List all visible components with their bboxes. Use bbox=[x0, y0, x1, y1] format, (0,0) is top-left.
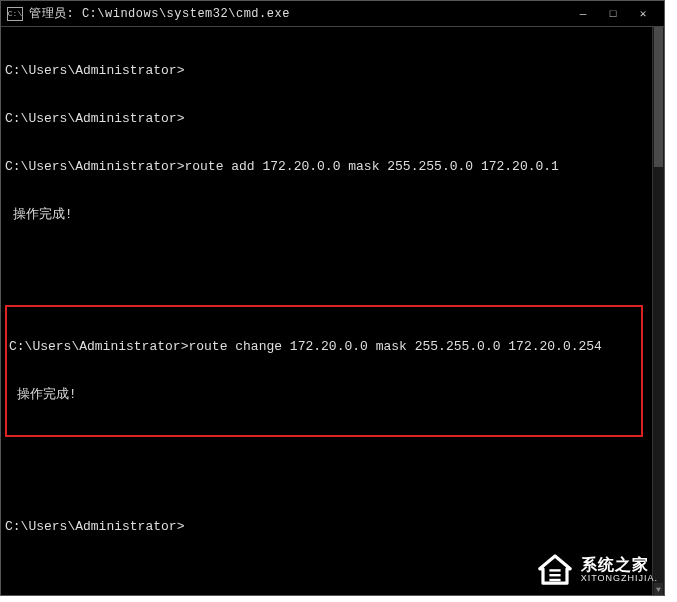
window-controls: — □ ✕ bbox=[568, 2, 658, 26]
output-line: 操作完成! bbox=[5, 207, 648, 223]
watermark-subtitle: XITONGZHIJIA. bbox=[581, 574, 658, 584]
close-button[interactable]: ✕ bbox=[628, 2, 658, 26]
scroll-thumb[interactable] bbox=[654, 27, 663, 167]
window-title: 管理员: C:\windows\system32\cmd.exe bbox=[29, 5, 568, 22]
prompt-line: C:\Users\Administrator> bbox=[5, 111, 648, 127]
watermark-text: 系统之家 XITONGZHIJIA. bbox=[581, 556, 658, 583]
watermark-title: 系统之家 bbox=[581, 556, 658, 574]
output-line: 操作完成! bbox=[9, 387, 639, 403]
watermark-house-icon bbox=[535, 551, 575, 589]
command-line: C:\Users\Administrator>route add 172.20.… bbox=[5, 159, 648, 175]
blank-line bbox=[5, 255, 648, 271]
cmd-icon: C:\ bbox=[7, 7, 23, 21]
minimize-button[interactable]: — bbox=[568, 2, 598, 26]
prompt-line: C:\Users\Administrator> bbox=[5, 519, 648, 535]
highlight-box: C:\Users\Administrator>route change 172.… bbox=[5, 305, 643, 437]
maximize-button[interactable]: □ bbox=[598, 2, 628, 26]
vertical-scrollbar[interactable]: ▲ ▼ bbox=[652, 27, 664, 595]
cmd-window: C:\ 管理员: C:\windows\system32\cmd.exe — □… bbox=[0, 0, 665, 596]
prompt-line: C:\Users\Administrator> bbox=[5, 63, 648, 79]
cmd-icon-label: C:\ bbox=[8, 9, 22, 18]
command-line: C:\Users\Administrator>route change 172.… bbox=[9, 339, 639, 355]
titlebar[interactable]: C:\ 管理员: C:\windows\system32\cmd.exe — □… bbox=[1, 1, 664, 27]
blank-line bbox=[5, 471, 648, 487]
watermark: 系统之家 XITONGZHIJIA. bbox=[535, 551, 658, 589]
terminal-area[interactable]: C:\Users\Administrator> C:\Users\Adminis… bbox=[1, 27, 652, 595]
